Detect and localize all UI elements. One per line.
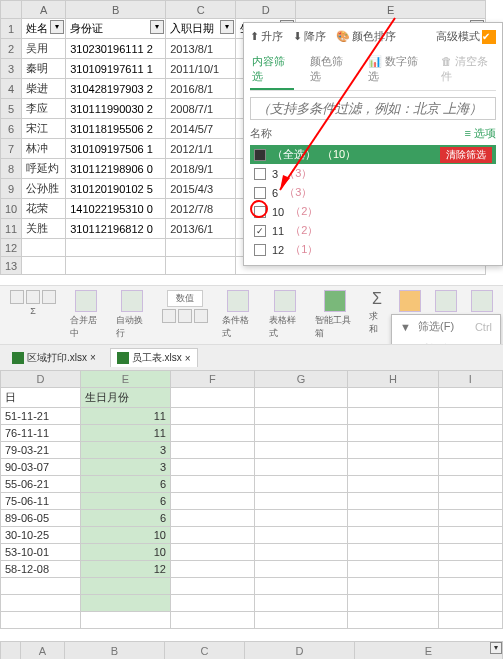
cell-id[interactable]: 310112198906 0	[66, 159, 166, 179]
row-num[interactable]: 5	[1, 99, 22, 119]
cell-date[interactable]: 89-06-05	[1, 510, 81, 527]
cell-id[interactable]: 310118195506 2	[66, 119, 166, 139]
cell-date[interactable]: 2013/6/1	[166, 219, 236, 239]
filter-item[interactable]: （全选） （10） 清除筛选	[250, 145, 496, 164]
row-num[interactable]: 11	[1, 219, 22, 239]
filter-icon[interactable]: ▾	[220, 20, 234, 34]
tab-content-filter[interactable]: 内容筛选	[250, 50, 294, 90]
checkbox-icon[interactable]	[254, 149, 266, 161]
col-E[interactable]: E	[355, 642, 503, 660]
cell-date[interactable]: 2013/8/1	[166, 39, 236, 59]
corner-cell[interactable]	[1, 1, 22, 19]
ribbon-sum[interactable]: Σ	[6, 290, 60, 316]
cell-id[interactable]: 310109197506 1	[66, 139, 166, 159]
hdr-date[interactable]: 入职日期▾	[166, 19, 236, 39]
row-num[interactable]: 10	[1, 199, 22, 219]
cell-date[interactable]: 55-06-21	[1, 476, 81, 493]
cell-month[interactable]: 11	[81, 425, 171, 442]
cell-date[interactable]: 2011/10/1	[166, 59, 236, 79]
sort-asc[interactable]: ⬆ 升序	[250, 29, 283, 44]
cell-month[interactable]: 3	[81, 459, 171, 476]
middle-spreadsheet[interactable]: D E F G H I 日 生日月份 51-11-21 11 76-11-11 …	[0, 370, 503, 629]
col-A[interactable]: A	[22, 1, 66, 19]
row-num[interactable]: 9	[1, 179, 22, 199]
sort-desc[interactable]: ⬇ 降序	[293, 29, 326, 44]
filter-item[interactable]: 6 （3）	[250, 183, 496, 202]
cell-id[interactable]: 310109197611 1	[66, 59, 166, 79]
ribbon-condfmt[interactable]: 条件格式	[218, 290, 258, 340]
checkbox-icon[interactable]	[254, 225, 266, 237]
cell-date[interactable]: 2018/9/1	[166, 159, 236, 179]
col-C[interactable]: C	[166, 1, 236, 19]
corner[interactable]	[1, 642, 21, 660]
cell-month[interactable]: 11	[81, 408, 171, 425]
row-num[interactable]: 2	[1, 39, 22, 59]
col-F[interactable]: F	[171, 371, 255, 388]
cell-date[interactable]: 30-10-25	[1, 527, 81, 544]
advanced-mode[interactable]: 高级模式✔	[436, 29, 496, 44]
col-B[interactable]: B	[66, 1, 166, 19]
filter-item[interactable]: 12 （1）	[250, 240, 496, 259]
ribbon-sum2[interactable]: Σ求和	[365, 290, 389, 336]
tab-color-filter[interactable]: 颜色筛选	[308, 50, 352, 90]
col-E[interactable]: E	[81, 371, 171, 388]
cell-month[interactable]: 10	[81, 544, 171, 561]
filter-icon[interactable]: ▾	[50, 20, 64, 34]
hdr-d[interactable]: 日	[1, 388, 81, 408]
col-I[interactable]: I	[438, 371, 502, 388]
cell-date[interactable]: 2012/7/8	[166, 199, 236, 219]
col-H[interactable]: H	[348, 371, 438, 388]
cell-date[interactable]: 58-12-08	[1, 561, 81, 578]
cell-name[interactable]: 秦明	[22, 59, 66, 79]
ribbon-numfmt[interactable]: 数值	[158, 290, 212, 323]
col-D[interactable]: D	[245, 642, 355, 660]
cell-month[interactable]: 3	[81, 442, 171, 459]
col-D[interactable]: D	[236, 1, 296, 19]
cell-date[interactable]: 2014/5/7	[166, 119, 236, 139]
cell-name[interactable]: 花荣	[22, 199, 66, 219]
cell-id[interactable]: 141022195310 0	[66, 199, 166, 219]
cell-id[interactable]: 310120190102 5	[66, 179, 166, 199]
col-C[interactable]: C	[165, 642, 245, 660]
row-1[interactable]: 1	[1, 19, 22, 39]
tab-file-1[interactable]: 区域打印.xlsx ×	[6, 349, 102, 367]
color-sort[interactable]: 🎨 颜色排序	[336, 29, 396, 44]
cell-date[interactable]: 2016/8/1	[166, 79, 236, 99]
cell-id[interactable]: 310111990030 2	[66, 99, 166, 119]
row-num[interactable]: 4	[1, 79, 22, 99]
cell-date[interactable]: 51-11-21	[1, 408, 81, 425]
checkbox-icon[interactable]	[254, 168, 266, 180]
cell-date[interactable]: 75-06-11	[1, 493, 81, 510]
col-A[interactable]: A	[21, 642, 65, 660]
cell-id[interactable]: 310230196111 2	[66, 39, 166, 59]
cell-name[interactable]: 林冲	[22, 139, 66, 159]
checkbox-icon[interactable]	[254, 187, 266, 199]
row-num[interactable]: 7	[1, 139, 22, 159]
cell-name[interactable]: 关胜	[22, 219, 66, 239]
filter-item[interactable]: 3 （3）	[250, 164, 496, 183]
cell-date[interactable]: 2015/4/3	[166, 179, 236, 199]
cell-month[interactable]: 12	[81, 561, 171, 578]
cell-date[interactable]: 79-03-21	[1, 442, 81, 459]
filter-item[interactable]: 11 （2）	[250, 221, 496, 240]
cell-name[interactable]: 宋江	[22, 119, 66, 139]
cell-date[interactable]: 90-03-07	[1, 459, 81, 476]
cell-name[interactable]: 李应	[22, 99, 66, 119]
row-num[interactable]: 6	[1, 119, 22, 139]
ribbon-smarttools[interactable]: 智能工具箱	[311, 290, 359, 340]
cell-name[interactable]: 柴进	[22, 79, 66, 99]
col-B[interactable]: B	[65, 642, 165, 660]
cell-date[interactable]: 76-11-11	[1, 425, 81, 442]
col-G[interactable]: G	[254, 371, 348, 388]
hdr-name[interactable]: 姓名▾	[22, 19, 66, 39]
cell-name[interactable]: 公孙胜	[22, 179, 66, 199]
tab-file-2[interactable]: 员工表.xlsx ×	[110, 348, 198, 367]
clear-conditions[interactable]: 🗑 清空条件	[439, 50, 496, 90]
cell-id[interactable]: 310428197903 2	[66, 79, 166, 99]
checkbox-icon[interactable]	[254, 244, 266, 256]
ribbon-merge[interactable]: 合并居中	[66, 290, 106, 340]
cell-month[interactable]: 6	[81, 510, 171, 527]
tab-number-filter[interactable]: 📊 数字筛选	[366, 50, 425, 90]
cell-date[interactable]: 2012/1/1	[166, 139, 236, 159]
cell-name[interactable]: 呼延灼	[22, 159, 66, 179]
